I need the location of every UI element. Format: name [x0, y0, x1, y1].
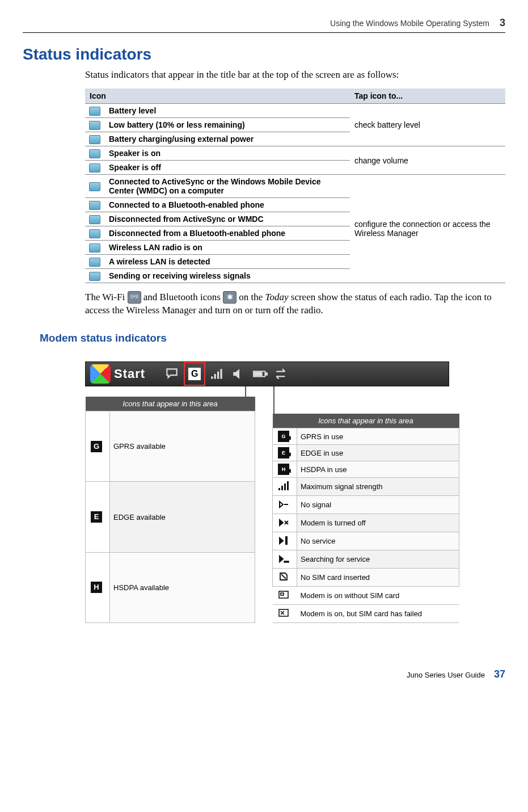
- status-icon: [85, 161, 104, 175]
- svg-point-14: [286, 561, 287, 562]
- status-icon: [85, 241, 104, 255]
- modem-icon: H▮▮: [273, 461, 297, 478]
- status-label: Speaker is on: [104, 146, 350, 161]
- status-label: Low battery (10% or less remaining): [104, 118, 350, 132]
- svg-rect-9: [284, 483, 286, 490]
- svg-rect-7: [278, 488, 280, 490]
- modem-icon: G▮▮: [273, 428, 297, 445]
- modem-icon: H: [86, 552, 110, 622]
- chapter-number: 3: [500, 17, 505, 29]
- table-row: Speaker is onchange volume: [85, 146, 505, 161]
- table-row: GGPRS available: [86, 411, 255, 482]
- modem-label: No signal: [297, 496, 459, 514]
- modem-icon: [273, 569, 297, 587]
- table-row: Searching for service: [273, 550, 459, 569]
- table-row: Maximum signal strength: [273, 478, 459, 496]
- modem-label: Modem is on, but SIM card has failed: [297, 605, 459, 623]
- status-icon: [85, 104, 104, 118]
- modem-figure: Start G Icons that appear in: [85, 361, 505, 623]
- section-title: Status indicators: [23, 45, 505, 64]
- modem-icon: E▮▮: [273, 445, 297, 461]
- status-icon: [85, 175, 104, 198]
- table-row: HHSDPA available: [86, 552, 255, 622]
- table-row: No SIM card inserted: [273, 569, 459, 587]
- modem-label: Modem is turned off: [297, 514, 459, 532]
- modem-icon: [273, 550, 297, 569]
- status-action: check battery level: [350, 104, 505, 146]
- modem-label: No service: [297, 532, 459, 550]
- status-label: Disconnected from a Bluetooth-enabled ph…: [104, 226, 350, 241]
- svg-rect-8: [281, 486, 283, 490]
- svg-point-15: [288, 561, 289, 562]
- status-label: Sending or receiving wireless signals: [104, 269, 350, 283]
- status-label: Battery charging/using external power: [104, 132, 350, 146]
- chapter-title: Using the Windows Mobile Operating Syste…: [330, 19, 489, 28]
- modem-label: Modem is on without SIM card: [297, 587, 459, 605]
- g-indicator-icon: G: [184, 362, 205, 386]
- modem-left-table: Icons that appear in this area GGPRS ava…: [85, 397, 255, 623]
- modem-icon: [273, 532, 297, 550]
- status-label: Connected to a Bluetooth-enabled phone: [104, 198, 350, 212]
- modem-right-table: Icons that appear in this area G▮▮GPRS i…: [272, 414, 459, 623]
- svg-rect-2: [217, 372, 219, 379]
- status-icon: [85, 255, 104, 269]
- start-bar: Start G: [85, 361, 449, 386]
- svg-rect-0: [211, 376, 213, 378]
- table-row: Modem is turned off: [273, 514, 459, 532]
- table-row: No service: [273, 532, 459, 550]
- modem-label: Searching for service: [297, 550, 459, 569]
- modem-label: Maximum signal strength: [297, 478, 459, 496]
- table-row: No signal: [273, 496, 459, 514]
- status-icon: [85, 198, 104, 212]
- footer-guide: Juno Series User Guide: [407, 671, 485, 679]
- right-table-header: Icons that appear in this area: [273, 414, 459, 428]
- modem-icon: [273, 496, 297, 514]
- status-action: configure the connection or access the W…: [350, 175, 505, 283]
- svg-rect-17: [281, 593, 284, 595]
- connectivity-icon: [271, 362, 293, 386]
- table-row: E▮▮EDGE in use: [273, 445, 459, 461]
- table-row: Connected to ActiveSync or the Windows M…: [85, 175, 505, 198]
- modem-label: EDGE in use: [297, 445, 459, 461]
- modem-icon: G: [86, 411, 110, 482]
- status-label: A wireless LAN is detected: [104, 255, 350, 269]
- status-label: Wireless LAN radio is on: [104, 241, 350, 255]
- svg-rect-6: [255, 372, 262, 376]
- status-icon: [85, 269, 104, 283]
- footer-page-number: 37: [494, 668, 505, 680]
- speaker-icon: [228, 362, 250, 386]
- wifi-icon: [128, 291, 141, 304]
- status-icon: [85, 212, 104, 226]
- page-footer: Juno Series User Guide 37: [23, 668, 505, 680]
- modem-label: GPRS in use: [297, 428, 459, 445]
- status-icon: [85, 146, 104, 161]
- table-row: H▮▮HSDPA in use: [273, 461, 459, 478]
- status-indicator-table: Icon Tap icon to... Battery levelcheck b…: [85, 89, 505, 283]
- signal-icon: [206, 362, 228, 386]
- modem-icon: [273, 587, 297, 605]
- table-row: G▮▮GPRS in use: [273, 428, 459, 445]
- svg-rect-10: [287, 481, 289, 490]
- battery-icon: [250, 362, 271, 386]
- modem-label: GPRS available: [110, 411, 255, 482]
- modem-label: HSDPA in use: [297, 461, 459, 478]
- after-table-paragraph: The Wi-Fi and Bluetooth icons on the Tod…: [85, 291, 505, 317]
- svg-rect-1: [214, 374, 216, 379]
- col-action: Tap icon to...: [350, 89, 505, 104]
- status-icon: [85, 226, 104, 241]
- modem-icon: E: [86, 482, 110, 552]
- subsection-title: Modem status indicators: [40, 332, 505, 344]
- notification-icon: [161, 362, 183, 386]
- page-header: Using the Windows Mobile Operating Syste…: [23, 17, 505, 33]
- modem-label: HSDPA available: [110, 552, 255, 622]
- svg-point-13: [284, 561, 285, 562]
- modem-icon: [273, 605, 297, 623]
- status-label: Battery level: [104, 104, 350, 118]
- table-row: Modem is on without SIM card: [273, 587, 459, 605]
- status-label: Connected to ActiveSync or the Windows M…: [104, 175, 350, 198]
- col-icon: Icon: [85, 89, 350, 104]
- status-label: Speaker is off: [104, 161, 350, 175]
- table-row: Modem is on, but SIM card has failed: [273, 605, 459, 623]
- table-row: EEDGE available: [86, 482, 255, 552]
- status-icon: [85, 118, 104, 132]
